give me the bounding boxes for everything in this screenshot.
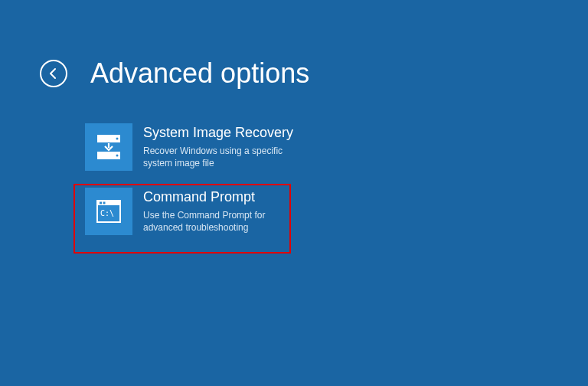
option-desc: Recover Windows using a specific system … — [143, 145, 296, 169]
option-title: Command Prompt — [143, 189, 296, 206]
svg-rect-6 — [100, 202, 102, 204]
page-title: Advanced options — [90, 60, 309, 87]
svg-text:C:\: C:\ — [100, 209, 114, 218]
option-desc: Use the Command Prompt for advanced trou… — [143, 209, 296, 234]
back-button[interactable] — [40, 60, 67, 87]
svg-rect-7 — [103, 202, 106, 204]
option-title: System Image Recovery — [143, 125, 296, 142]
option-system-image-recovery[interactable]: System Image Recovery Recover Windows us… — [80, 119, 301, 175]
system-image-recovery-tile — [85, 123, 132, 171]
command-prompt-icon: C:\ — [92, 195, 126, 228]
svg-point-3 — [116, 155, 119, 157]
command-prompt-tile: C:\ — [85, 188, 132, 235]
back-arrow-icon — [47, 67, 60, 80]
svg-point-1 — [116, 138, 119, 140]
system-image-recovery-icon — [92, 130, 126, 164]
option-command-prompt[interactable]: C:\ Command Prompt Use the Command Promp… — [80, 183, 301, 240]
